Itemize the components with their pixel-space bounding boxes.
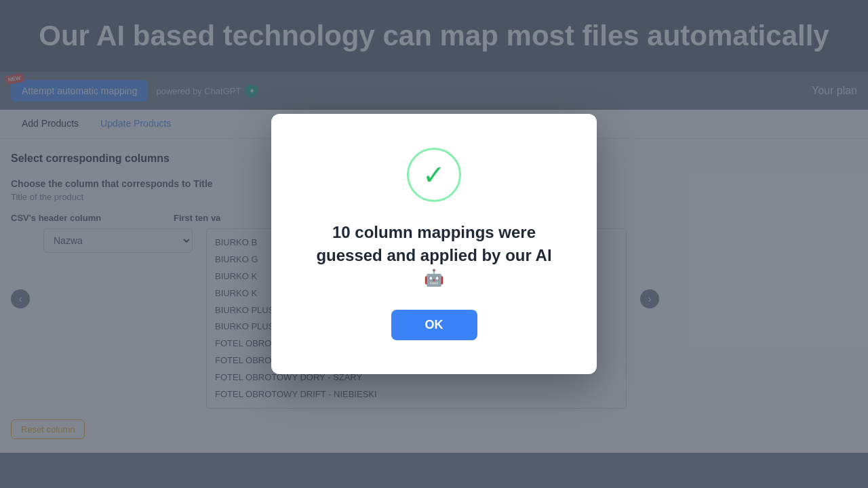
- modal: ✓ 10 column mappings were guessed and ap…: [271, 114, 597, 374]
- overlay: ✓ 10 column mappings were guessed and ap…: [0, 0, 868, 488]
- check-circle: ✓: [407, 148, 461, 202]
- modal-ok-button[interactable]: OK: [391, 310, 477, 340]
- checkmark-icon: ✓: [422, 161, 446, 188]
- modal-title: 10 column mappings were guessed and appl…: [312, 221, 556, 289]
